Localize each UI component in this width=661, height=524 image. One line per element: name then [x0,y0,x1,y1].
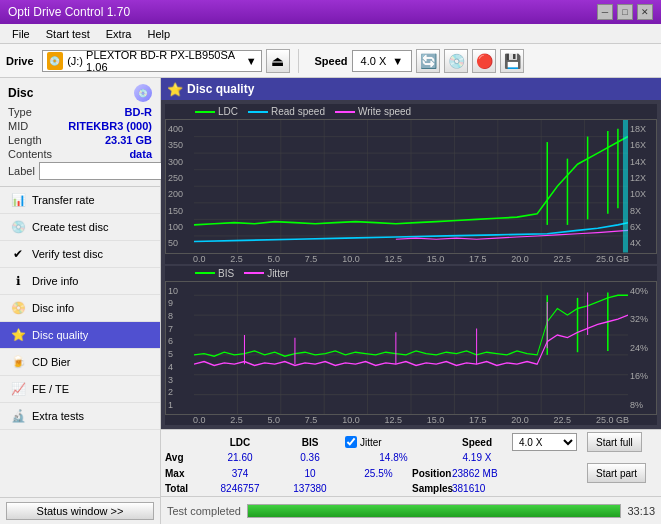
refresh-button[interactable]: 🔄 [416,49,440,73]
status-window-button[interactable]: Status window >> [6,502,154,520]
nav-label-cd-bier: CD Bier [32,356,71,368]
avg-label: Avg [165,452,205,463]
menu-extra[interactable]: Extra [98,27,140,41]
stats-speed-select[interactable]: 4.0 X [512,433,577,451]
readspeed-color [248,111,268,113]
sidebar-item-drive-info[interactable]: ℹDrive info [0,268,160,295]
xl1-225: 22.5 [554,254,572,264]
chart1-legend: LDC Read speed Write speed [165,104,657,119]
chart2-legend: BIS Jitter [165,266,657,281]
speed-label: Speed [315,55,348,67]
minimize-button[interactable]: ─ [597,4,613,20]
sidebar-item-verify-test-disc[interactable]: ✔Verify test disc [0,241,160,268]
xl1-25: 2.5 [230,254,243,264]
drive-selector[interactable]: 💿 (J:) PLEXTOR BD-R PX-LB950SA 1.06 ▼ [42,50,262,72]
xl2-100: 10.0 [342,415,360,425]
nav-icon-drive-info: ℹ [10,273,26,289]
label-input[interactable] [39,162,172,180]
start-part-button[interactable]: Start part [587,463,646,483]
max-jitter: 25.5% [345,468,412,479]
chart1-y-right: 18X 16X 14X 12X 10X 8X 6X 4X [628,120,656,253]
jitter-checkbox[interactable] [345,436,357,448]
sidebar-item-extra-tests[interactable]: 🔬Extra tests [0,403,160,430]
progress-bar-fill [248,505,620,517]
y2-4: 4 [168,362,192,372]
avg-speed: 4.19 X [442,452,512,463]
max-bis: 10 [275,468,345,479]
xl2-250: 25.0 GB [596,415,629,425]
length-value: 23.31 GB [105,134,152,146]
stats-speed-select-header[interactable]: 4.0 X [512,433,587,451]
sidebar-item-disc-info[interactable]: 📀Disc info [0,295,160,322]
menu-help[interactable]: Help [139,27,178,41]
total-bis: 137380 [275,483,345,494]
nav-icon-fe-te: 📈 [10,381,26,397]
disc-section-title: Disc [8,86,33,100]
chart1-x-labels: 0.0 2.5 5.0 7.5 10.0 12.5 15.0 17.5 20.0… [165,254,657,264]
content-header: ⭐ Disc quality [161,78,661,100]
yr-8x: 8X [630,206,654,216]
xl1-200: 20.0 [511,254,529,264]
window-controls[interactable]: ─ □ ✕ [597,4,653,20]
xl1-150: 15.0 [427,254,445,264]
sidebar-item-disc-quality[interactable]: ⭐Disc quality [0,322,160,349]
y-label-200: 200 [168,189,192,199]
label-label: Label [8,165,35,177]
chart1-y-left: 400 350 300 250 200 150 100 50 [166,120,194,253]
legend-bis: BIS [195,268,234,279]
xl2-125: 12.5 [384,415,402,425]
speed-value: 4.0 X [361,55,387,67]
y2-5: 5 [168,349,192,359]
yr2-24: 24% [630,343,654,353]
max-label: Max [165,468,205,479]
yr-16x: 16X [630,140,654,150]
close-button[interactable]: ✕ [637,4,653,20]
stats-area: LDC BIS Jitter Speed 4.0 X Start full [161,429,661,496]
xl2-75: 7.5 [305,415,318,425]
separator [298,49,299,73]
contents-label: Contents [8,148,52,160]
app-title: Opti Drive Control 1.70 [8,5,130,19]
maximize-button[interactable]: □ [617,4,633,20]
samples-label: Samples [412,483,452,494]
nav-icon-verify-test-disc: ✔ [10,246,26,262]
nav-label-fe-te: FE / TE [32,383,69,395]
sidebar-item-fe-te[interactable]: 📈FE / TE [0,376,160,403]
progress-time: 33:13 [627,505,655,517]
xl2-25: 2.5 [230,415,243,425]
sidebar: Disc 💿 Type BD-R MID RITEKBR3 (000) Leng… [0,78,161,524]
nav-icon-disc-quality: ⭐ [10,327,26,343]
disc-header: Disc 💿 [8,84,152,102]
disc-button[interactable]: 💿 [444,49,468,73]
avg-jitter: 14.8% [345,452,442,463]
total-ldc: 8246757 [205,483,275,494]
erase-button[interactable]: 🔴 [472,49,496,73]
stats-jitter-check: Jitter [345,436,442,448]
xl2-50: 5.0 [268,415,281,425]
drive-icon: 💿 [47,52,64,70]
contents-value: data [129,148,152,160]
sidebar-item-cd-bier[interactable]: 🍺CD Bier [0,349,160,376]
sidebar-item-transfer-rate[interactable]: 📊Transfer rate [0,187,160,214]
save-button[interactable]: 💾 [500,49,524,73]
nav-label-drive-info: Drive info [32,275,78,287]
writespeed-color [335,111,355,113]
drive-label: Drive [6,55,34,67]
eject-button[interactable]: ⏏ [266,49,290,73]
total-label: Total [165,483,205,494]
legend-jitter-label: Jitter [267,268,289,279]
speed-selector[interactable]: 4.0 X ▼ [352,50,413,72]
drive-name: PLEXTOR BD-R PX-LB950SA 1.06 [86,49,246,73]
nav-label-transfer-rate: Transfer rate [32,194,95,206]
y-label-400: 400 [168,124,192,134]
chart2-svg-container [194,282,628,415]
menu-file[interactable]: File [4,27,38,41]
nav-icon-create-test-disc: 💿 [10,219,26,235]
max-ldc: 374 [205,468,275,479]
menu-start-test[interactable]: Start test [38,27,98,41]
stats-avg-row: Avg 21.60 0.36 14.8% 4.19 X [165,452,657,463]
nav-icon-disc-info: 📀 [10,300,26,316]
start-full-button[interactable]: Start full [587,432,642,452]
sidebar-item-create-test-disc[interactable]: 💿Create test disc [0,214,160,241]
y2-7: 7 [168,324,192,334]
